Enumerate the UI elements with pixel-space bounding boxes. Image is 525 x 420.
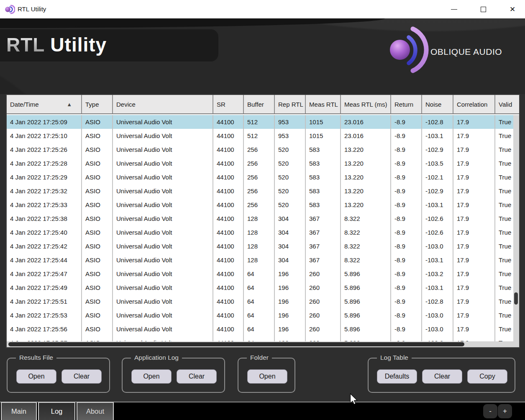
minimize-button[interactable] (445, 0, 463, 18)
table-cell: 13.220 (341, 170, 391, 184)
column-header-sr[interactable]: SR (213, 95, 244, 113)
table-row[interactable]: 4 Jan 2022 17:25:33ASIOUniversal Audio V… (7, 198, 513, 212)
column-header-valid[interactable]: Valid (495, 95, 519, 113)
titlebar[interactable]: RTL Utility ✕ (0, 0, 525, 18)
table-cell: 583 (306, 156, 341, 170)
column-header-label: Rep RTL (278, 101, 303, 108)
table-cell: True (495, 239, 513, 253)
table-cell: ASIO (82, 156, 113, 170)
column-header-correlation[interactable]: Correlation (453, 95, 495, 113)
table-cell: Universal Audio Volt (113, 212, 213, 225)
table-row[interactable]: 4 Jan 2022 17:25:51ASIOUniversal Audio V… (7, 295, 513, 308)
table-cell: 44100 (213, 170, 244, 184)
application-log-clear-button[interactable]: Clear (177, 369, 217, 384)
table-cell: ASIO (82, 253, 113, 267)
horizontal-scrollbar-thumb[interactable] (8, 342, 464, 346)
tab-main[interactable]: Main (1, 402, 37, 420)
table-cell: ASIO (82, 239, 113, 253)
table-cell: 260 (306, 308, 341, 322)
vertical-scrollbar[interactable] (513, 115, 519, 341)
table-cell: 260 (306, 295, 341, 308)
table-row[interactable]: 4 Jan 2022 17:25:32ASIOUniversal Audio V… (7, 184, 513, 198)
log-table-copy-button[interactable]: Copy (467, 369, 507, 384)
column-header-buffer[interactable]: Buffer (244, 95, 275, 113)
table-cell: 17.9 (453, 184, 495, 198)
table-cell: 5.896 (341, 308, 391, 322)
folder-open-button[interactable]: Open (247, 369, 287, 384)
table-cell: 1015 (306, 129, 341, 143)
group-results-file: Results File Open Clear (7, 358, 110, 393)
table-cell: -102.9 (422, 184, 453, 198)
table-cell: -8.9 (391, 267, 422, 281)
table-cell: 44100 (213, 156, 244, 170)
table-row[interactable]: 4 Jan 2022 17:25:38ASIOUniversal Audio V… (7, 212, 513, 225)
table-cell: -102.6 (422, 225, 453, 239)
column-header-date-time[interactable]: Date/Time▲ (7, 95, 82, 113)
table-cell: 953 (275, 115, 306, 129)
table-cell: Universal Audio Volt (113, 308, 213, 322)
group-folder: Folder Open (238, 358, 295, 393)
table-row[interactable]: 4 Jan 2022 17:25:42ASIOUniversal Audio V… (7, 239, 513, 253)
table-cell: -8.9 (391, 198, 422, 212)
table-row[interactable]: 4 Jan 2022 17:25:56ASIOUniversal Audio V… (7, 322, 513, 336)
table-cell: True (495, 156, 513, 170)
results-file-clear-button[interactable]: Clear (61, 369, 102, 384)
table-row[interactable]: 4 Jan 2022 17:25:28ASIOUniversal Audio V… (7, 156, 513, 170)
table-cell: ASIO (82, 212, 113, 225)
table-cell: -102.9 (422, 143, 453, 156)
table-cell: 520 (275, 198, 306, 212)
vertical-scrollbar-thumb[interactable] (514, 292, 518, 305)
column-header-type[interactable]: Type (82, 95, 113, 113)
tab-about[interactable]: About (77, 402, 114, 420)
column-header-rep-rtl[interactable]: Rep RTL (275, 95, 306, 113)
app-logo-icon (5, 4, 15, 15)
table-cell: 4 Jan 2022 17:25:47 (7, 267, 82, 281)
table-cell: 4 Jan 2022 17:25:49 (7, 281, 82, 295)
table-row[interactable]: 4 Jan 2022 17:25:44ASIOUniversal Audio V… (7, 253, 513, 267)
table-cell: 5.896 (341, 322, 391, 336)
table-cell: -103.0 (422, 308, 453, 322)
application-log-open-button[interactable]: Open (131, 369, 172, 384)
column-header-meas-rtl-ms[interactable]: Meas RTL (ms) (341, 95, 391, 113)
zoom-out-button[interactable]: - (483, 404, 497, 418)
table-cell: ASIO (82, 184, 113, 198)
log-table-defaults-button[interactable]: Defaults (377, 369, 417, 384)
table-cell: True (495, 295, 513, 308)
table-cell: ASIO (82, 115, 113, 129)
tab-log[interactable]: Log (38, 402, 75, 420)
zoom-in-button[interactable]: + (498, 404, 512, 418)
horizontal-scrollbar[interactable] (7, 341, 519, 347)
table-row[interactable]: 4 Jan 2022 17:25:09ASIOUniversal Audio V… (7, 115, 513, 129)
maximize-button[interactable] (474, 0, 492, 18)
column-header-return[interactable]: Return (391, 95, 422, 113)
table-row[interactable]: 4 Jan 2022 17:25:40ASIOUniversal Audio V… (7, 225, 513, 239)
table-cell: -102.8 (422, 115, 453, 129)
table-cell: 4 Jan 2022 17:25:29 (7, 170, 82, 184)
table-row[interactable]: 4 Jan 2022 17:25:29ASIOUniversal Audio V… (7, 170, 513, 184)
table-cell: 520 (275, 170, 306, 184)
table-row[interactable]: 4 Jan 2022 17:25:10ASIOUniversal Audio V… (7, 129, 513, 143)
table-cell: 44100 (213, 239, 244, 253)
column-header-noise[interactable]: Noise (422, 95, 453, 113)
column-header-label: SR (217, 101, 225, 108)
table-cell: 367 (306, 253, 341, 267)
table-row[interactable]: 4 Jan 2022 17:25:26ASIOUniversal Audio V… (7, 143, 513, 156)
table-row[interactable]: 4 Jan 2022 17:25:49ASIOUniversal Audio V… (7, 281, 513, 295)
app-window: { "window": { "title": "RTL Utility" }, … (0, 0, 525, 420)
table-cell: 128 (244, 239, 275, 253)
table-cell: 260 (306, 267, 341, 281)
table-cell: 17.9 (453, 322, 495, 336)
table-header-row: Date/Time▲TypeDeviceSRBufferRep RTLMeas … (7, 95, 519, 114)
log-table-clear-button[interactable]: Clear (422, 369, 462, 384)
table-cell: 44100 (213, 295, 244, 308)
table-row[interactable]: 4 Jan 2022 17:25:53ASIOUniversal Audio V… (7, 308, 513, 322)
column-header-meas-rtl[interactable]: Meas RTL (306, 95, 341, 113)
results-file-open-button[interactable]: Open (16, 369, 56, 384)
table-cell: 8.322 (341, 253, 391, 267)
table-cell: -103.1 (422, 129, 453, 143)
table-cell: -102.8 (422, 295, 453, 308)
table-row[interactable]: 4 Jan 2022 17:25:47ASIOUniversal Audio V… (7, 267, 513, 281)
table-cell: -8.9 (391, 115, 422, 129)
close-button[interactable]: ✕ (503, 0, 522, 18)
column-header-device[interactable]: Device (113, 95, 213, 113)
